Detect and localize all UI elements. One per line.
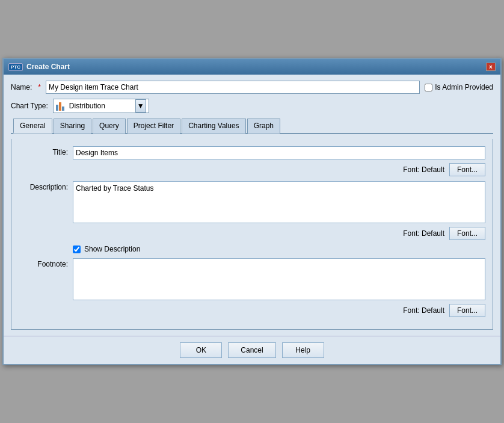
title-bar: PTC Create Chart × (4, 59, 500, 75)
close-button[interactable]: × (486, 63, 496, 71)
description-font-row: Font: Default Font... (19, 227, 485, 240)
footnote-font-button[interactable]: Font... (449, 304, 485, 317)
title-font-row: Font: Default Font... (19, 163, 485, 176)
admin-checkbox[interactable] (425, 84, 432, 91)
cancel-button[interactable]: Cancel (228, 342, 275, 358)
chart-type-value: Distribution (69, 102, 133, 110)
title-field-row: Title: (19, 146, 485, 159)
footnote-field-label: Footnote: (19, 258, 73, 268)
dialog-title: Create Chart (26, 63, 70, 71)
footnote-field-row: Footnote: (19, 258, 485, 300)
tab-query[interactable]: Query (93, 119, 126, 134)
dialog-content: Name: * Is Admin Provided Chart Type: Di… (4, 75, 500, 336)
description-field-row: Description: (19, 181, 485, 223)
show-description-checkbox[interactable] (73, 245, 81, 253)
ptc-logo: PTC (8, 63, 23, 71)
show-description-row: Show Description (19, 245, 485, 253)
footnote-font-label: Font: Default (403, 306, 444, 315)
bar3 (62, 107, 64, 111)
description-textarea[interactable] (73, 181, 485, 223)
title-field-label: Title: (19, 146, 73, 156)
bar1 (56, 105, 58, 111)
tab-charting-values[interactable]: Charting Values (182, 119, 246, 134)
admin-checkbox-area: Is Admin Provided (425, 83, 493, 91)
help-button[interactable]: Help (282, 342, 324, 358)
title-font-button[interactable]: Font... (449, 163, 485, 176)
show-description-label: Show Description (84, 245, 140, 253)
bottom-bar: OK Cancel Help (4, 336, 500, 364)
footnote-textarea[interactable] (73, 258, 485, 300)
required-star: * (38, 83, 41, 91)
bar2 (59, 102, 61, 111)
title-font-label: Font: Default (403, 165, 444, 174)
name-input[interactable] (46, 81, 420, 94)
name-row: Name: * Is Admin Provided (11, 81, 493, 94)
chart-type-dropdown-arrow[interactable]: ▼ (135, 99, 146, 113)
tab-sharing[interactable]: Sharing (54, 119, 91, 134)
ok-button[interactable]: OK (180, 342, 222, 358)
tabs-container: General Sharing Query Project Filter Cha… (11, 118, 493, 134)
tab-graph[interactable]: Graph (247, 119, 280, 134)
name-label: Name: (11, 83, 32, 91)
chart-type-label: Chart Type: (11, 102, 48, 110)
create-chart-dialog: PTC Create Chart × Name: * Is Admin Prov… (2, 58, 502, 365)
tab-general[interactable]: General (13, 119, 52, 134)
chart-type-select[interactable]: Distribution ▼ (53, 99, 149, 113)
chart-type-row: Chart Type: Distribution ▼ (11, 99, 493, 113)
description-font-label: Font: Default (403, 229, 444, 238)
title-input[interactable] (73, 146, 485, 159)
title-bar-left: PTC Create Chart (8, 63, 70, 71)
footnote-font-row: Font: Default Font... (19, 304, 485, 317)
description-font-button[interactable]: Font... (449, 227, 485, 240)
admin-label: Is Admin Provided (435, 83, 493, 91)
tab-project-filter[interactable]: Project Filter (127, 119, 180, 134)
description-field-label: Description: (19, 181, 73, 191)
chart-type-icon (56, 101, 67, 111)
tab-content-general: Title: Font: Default Font... Description… (11, 139, 493, 330)
